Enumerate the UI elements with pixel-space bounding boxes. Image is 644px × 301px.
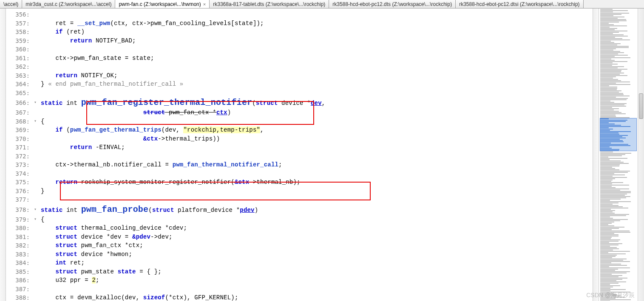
- line-number: 361: [6, 54, 32, 63]
- function-name: pwm_fan_probe: [81, 205, 149, 214]
- line-number: 375: [6, 178, 32, 187]
- tab-0[interactable]: \accel): [0, 0, 22, 8]
- line-number: 386: [6, 276, 32, 285]
- line-number: 367: [6, 108, 32, 117]
- minimap[interactable]: [599, 8, 638, 301]
- tab-bar: \accel) mir3da_cust.c (Z:\workspace\...\…: [0, 0, 644, 8]
- line-number: 376: [6, 187, 32, 196]
- line-number: 368: [6, 117, 32, 126]
- line-number: 356: [6, 10, 32, 19]
- tab-5[interactable]: rk3588-hcd-ebot-pc12.dtsi (Z:\workspace\…: [456, 0, 583, 8]
- line-number: 369: [6, 126, 32, 135]
- line-number: 388: [6, 293, 32, 301]
- line-number: 370: [6, 135, 32, 143]
- tab-1[interactable]: mir3da_cust.c (Z:\workspace\...\accel): [22, 0, 115, 8]
- line-number: 380: [6, 224, 32, 233]
- editor-wrap: 356 357 ret = __set_pwm(ctx, ctx->pwm_fa…: [0, 8, 644, 301]
- line-number: 387: [6, 285, 32, 294]
- line-number: 384: [6, 259, 32, 267]
- line-number: 363: [6, 71, 32, 80]
- line-number: 382: [6, 241, 32, 250]
- vertical-scrollbar[interactable]: [638, 8, 644, 301]
- line-number: 366: [6, 97, 32, 108]
- line-number: 358: [6, 28, 32, 37]
- line-number: 362: [6, 62, 32, 71]
- line-number: 374: [6, 169, 32, 178]
- tab-2[interactable]: pwm-fan.c (Z:\workspace\...\hwmon)×: [115, 0, 210, 8]
- line-number: 381: [6, 233, 32, 242]
- tab-4[interactable]: rk3588-hcd-ebot-pc12.dts (Z:\workspace\.…: [329, 0, 456, 8]
- line-number: 365: [6, 89, 32, 98]
- line-number: 364: [6, 80, 32, 89]
- scrollbar-thumb[interactable]: [639, 93, 643, 119]
- line-number: 379: [6, 215, 32, 224]
- line-number: 378: [6, 204, 32, 215]
- close-icon[interactable]: ×: [203, 2, 206, 7]
- left-margin: [0, 8, 6, 301]
- line-number: 385: [6, 267, 32, 276]
- right-margin: [593, 8, 599, 301]
- line-number: 371: [6, 143, 32, 152]
- tab-3[interactable]: rk3368a-817-tablet.dts (Z:\workspace\...…: [210, 0, 329, 8]
- line-number: 357: [6, 19, 32, 28]
- minimap-viewport[interactable]: [600, 118, 637, 151]
- code-editor[interactable]: 356 357 ret = __set_pwm(ctx, ctx->pwm_fa…: [6, 8, 593, 301]
- line-number: 360: [6, 45, 32, 54]
- function-name: pwm_fan_register_thermal_notifier: [81, 98, 252, 107]
- line-number: 372: [6, 152, 32, 161]
- line-number: 377: [6, 195, 32, 204]
- line-number: 373: [6, 160, 32, 169]
- line-number: 383: [6, 250, 32, 259]
- line-number: 359: [6, 37, 32, 45]
